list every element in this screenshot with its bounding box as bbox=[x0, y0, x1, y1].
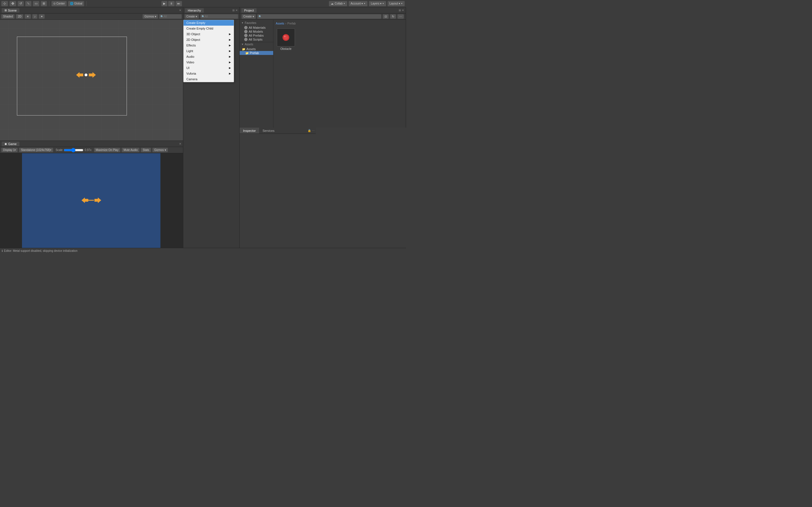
fav-all-scripts[interactable]: All Scripts bbox=[240, 38, 273, 41]
resolution-arrow: ▾ bbox=[50, 149, 51, 151]
asset-obstacle[interactable]: Obstacle bbox=[276, 27, 296, 52]
project-search-input[interactable] bbox=[262, 15, 380, 18]
move-tool-button[interactable]: ✥ bbox=[9, 1, 16, 6]
hierarchy-search-input[interactable] bbox=[205, 15, 237, 18]
light-label: Light bbox=[186, 49, 193, 53]
game-close-icon[interactable]: ✕ bbox=[179, 142, 181, 145]
scale-tool-button[interactable]: ⤡ bbox=[25, 1, 32, 6]
svg-marker-5 bbox=[94, 198, 101, 203]
gizmos-label: Gizmos ▾ bbox=[144, 15, 156, 18]
pause-button[interactable]: ⏸ bbox=[168, 1, 175, 6]
scale-text: Scale bbox=[56, 149, 63, 152]
project-pin-icon[interactable]: ⊞ bbox=[399, 9, 401, 12]
game-panel: ◉ Game ✕ Display 1 ▾ Standalone (1024x76… bbox=[0, 141, 183, 248]
move-tool-icon: ✥ bbox=[11, 1, 14, 6]
hierarchy-pin-icon[interactable]: ⊞ bbox=[232, 9, 235, 12]
game-toolbar: Display 1 ▾ Standalone (1024x768) ▾ Scal… bbox=[0, 147, 183, 153]
menu-camera[interactable]: Camera bbox=[184, 76, 234, 82]
inspector-more-icon[interactable]: ⋯ bbox=[312, 129, 315, 132]
menu-2d-object[interactable]: 2D Object ▶ bbox=[184, 37, 234, 43]
project-close-icon[interactable]: ✕ bbox=[402, 9, 404, 12]
mute-button[interactable]: Mute Audio bbox=[121, 148, 140, 152]
account-label: Account ▾ bbox=[350, 2, 363, 5]
menu-3d-object[interactable]: 3D Object ▶ bbox=[184, 31, 234, 37]
3d-object-label: 3D Object bbox=[186, 33, 200, 36]
audio-button[interactable]: ♪ bbox=[32, 14, 38, 19]
project-tab[interactable]: Project bbox=[241, 8, 257, 13]
project-refresh-button[interactable]: ↻ bbox=[390, 14, 396, 19]
hierarchy-toolbar: Create ▾ 🔍 bbox=[183, 13, 239, 20]
play-button[interactable]: ▶ bbox=[161, 1, 167, 6]
rotate-tool-button[interactable]: ↺ bbox=[17, 1, 24, 6]
create-label: Create ▾ bbox=[186, 15, 197, 18]
obstacle-thumbnail bbox=[277, 29, 295, 47]
resolution-button[interactable]: Standalone (1024x768) ▾ bbox=[19, 148, 53, 152]
hierarchy-tab[interactable]: Hierarchy bbox=[185, 8, 204, 13]
assets-tree-section: 📁 Assets 📁 Prefab bbox=[240, 47, 273, 55]
scene-panel: ⊞ Scene ✕ Shaded 2D ☀ ♪ bbox=[0, 7, 183, 141]
scene-close-icon[interactable]: ✕ bbox=[179, 9, 181, 12]
ui-label: UI bbox=[186, 66, 190, 69]
pivot-center-button[interactable]: ⊙ Center bbox=[51, 1, 67, 6]
fav-all-prefabs[interactable]: All Prefabs bbox=[240, 34, 273, 38]
game-right-strip bbox=[160, 153, 183, 248]
stats-button[interactable]: Stats bbox=[141, 148, 151, 152]
menu-audio[interactable]: Audio ▶ bbox=[184, 54, 234, 59]
hierarchy-close-icon[interactable]: ✕ bbox=[236, 9, 238, 12]
gizmos-button[interactable]: Gizmos ▾ bbox=[142, 14, 158, 19]
display-button[interactable]: Display 1 ▾ bbox=[1, 148, 18, 152]
menu-create-empty-child[interactable]: Create Empty Child bbox=[184, 25, 234, 31]
pivot-global-button[interactable]: 🌐 Global bbox=[68, 1, 84, 6]
breadcrumb-assets[interactable]: Assets bbox=[276, 22, 284, 25]
account-dropdown[interactable]: Account ▾ bbox=[349, 1, 368, 6]
menu-video[interactable]: Video ▶ bbox=[184, 59, 234, 65]
fav-all-materials[interactable]: All Materials bbox=[240, 25, 273, 30]
lights-button[interactable]: ☀ bbox=[24, 14, 31, 19]
fx-button[interactable]: ✦ bbox=[39, 14, 45, 19]
resolution-label: Standalone (1024x768) bbox=[21, 149, 50, 152]
assets-item-assets[interactable]: 📁 Assets bbox=[240, 47, 273, 51]
obstacle-label: Obstacle bbox=[280, 47, 291, 50]
materials-icon bbox=[244, 26, 248, 29]
assets-folder-icon: 📁 bbox=[242, 48, 245, 51]
layout-dropdown[interactable]: Layout ▾ bbox=[388, 1, 405, 6]
inspector-tab[interactable]: Inspector bbox=[240, 128, 259, 133]
hand-tool-button[interactable]: ⊹ bbox=[1, 1, 8, 6]
scale-slider[interactable] bbox=[64, 148, 84, 152]
project-create-button[interactable]: Create ▾ bbox=[241, 14, 256, 19]
effects-arrow: ▶ bbox=[229, 44, 231, 47]
shaded-button[interactable]: Shaded bbox=[1, 14, 15, 19]
models-icon bbox=[244, 30, 248, 33]
menu-ui[interactable]: UI ▶ bbox=[184, 65, 234, 71]
transform-tool-button[interactable]: ⊞ bbox=[41, 1, 47, 6]
menu-vuforia[interactable]: Vuforia ▶ bbox=[184, 71, 234, 76]
project-more-button[interactable]: ⋯ bbox=[397, 14, 404, 19]
scene-tab[interactable]: ⊞ Scene bbox=[2, 8, 19, 13]
game-gizmos-button[interactable]: Gizmos ▾ bbox=[152, 148, 168, 152]
services-tab[interactable]: Services bbox=[259, 128, 278, 133]
collab-dropdown[interactable]: ☁ Collab bbox=[329, 1, 347, 6]
prefab-folder-icon: 📁 bbox=[245, 52, 249, 55]
scene-search-input[interactable] bbox=[163, 15, 181, 18]
project-tab-label: Project bbox=[244, 9, 254, 12]
project-filter-button[interactable]: ⊡ bbox=[383, 14, 389, 19]
transform-tool-icon: ⊞ bbox=[43, 2, 45, 5]
layers-label: Layers ▾ bbox=[371, 2, 382, 5]
fav-all-models[interactable]: All Models bbox=[240, 30, 273, 34]
fav-all-scripts-label: All Scripts bbox=[249, 38, 262, 41]
game-tab[interactable]: ◉ Game bbox=[2, 142, 19, 146]
pivot-global-label: Global bbox=[74, 2, 82, 5]
layers-dropdown[interactable]: Layers ▾ bbox=[369, 1, 386, 6]
inspector-lock-icon[interactable]: 🔒 bbox=[308, 129, 311, 132]
menu-light[interactable]: Light ▶ bbox=[184, 48, 234, 54]
rect-tool-button[interactable]: ▭ bbox=[33, 1, 40, 6]
menu-create-empty[interactable]: Create Empty bbox=[184, 20, 234, 25]
maximize-button[interactable]: Maximize On Play bbox=[94, 148, 121, 152]
2d-button[interactable]: 2D bbox=[16, 14, 23, 19]
hierarchy-create-button[interactable]: Create ▾ bbox=[185, 14, 199, 19]
hierarchy-create-dropdown: Create Empty Create Empty Child 3D Objec… bbox=[183, 20, 234, 82]
audio-arrow: ▶ bbox=[229, 55, 231, 58]
assets-item-prefab[interactable]: 📁 Prefab bbox=[240, 51, 273, 55]
menu-effects[interactable]: Effects ▶ bbox=[184, 43, 234, 48]
step-button[interactable]: ⏭ bbox=[175, 1, 182, 6]
